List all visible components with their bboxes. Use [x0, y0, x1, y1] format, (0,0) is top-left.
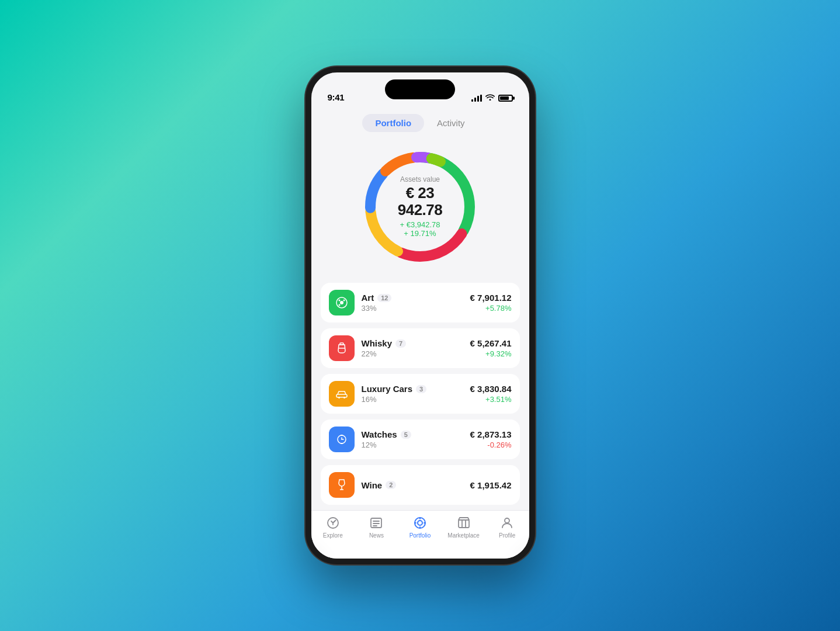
wifi-icon — [485, 93, 495, 102]
svg-point-30 — [418, 521, 422, 525]
whisky-amount: € 5,267.41 — [470, 338, 512, 348]
asset-item-whisky[interactable]: Whisky 7 22% € 5,267.41 +9.32% — [321, 328, 520, 368]
wine-info: Wine 2 — [362, 480, 470, 490]
nav-item-portfolio[interactable]: Portfolio — [402, 515, 438, 539]
art-name: Art — [362, 293, 374, 303]
bottom-nav: Explore News — [311, 510, 529, 559]
art-count: 12 — [377, 294, 391, 302]
wine-count: 2 — [386, 481, 396, 489]
whisky-pct: 22% — [362, 349, 470, 358]
whisky-name: Whisky — [362, 338, 393, 348]
art-pct: 33% — [362, 304, 470, 313]
watches-count: 5 — [401, 431, 411, 439]
main-content: Portfolio Activity — [311, 107, 529, 510]
status-time: 9:41 — [328, 92, 345, 102]
wine-amount: € 1,915.42 — [470, 480, 512, 490]
art-amount: € 7,901.12 — [470, 293, 512, 303]
asset-item-watches[interactable]: Watches 5 12% € 2,873.13 -0.26% — [321, 419, 520, 459]
explore-icon — [325, 515, 341, 531]
svg-rect-18 — [341, 435, 343, 436]
wine-name: Wine — [362, 480, 383, 490]
marketplace-label: Marketplace — [447, 532, 479, 539]
art-icon — [329, 290, 355, 316]
whisky-info: Whisky 7 22% — [362, 338, 470, 358]
dynamic-island — [385, 79, 455, 99]
cars-name: Luxury Cars — [362, 384, 413, 394]
asset-item-art[interactable]: Art 12 33% € 7,901.12 +5.78% — [321, 283, 520, 323]
svg-rect-31 — [459, 520, 469, 528]
status-icons — [471, 93, 513, 102]
watches-info: Watches 5 12% — [362, 429, 470, 449]
cars-count: 3 — [416, 385, 426, 393]
svg-point-15 — [338, 397, 340, 398]
watches-icon — [329, 427, 355, 452]
asset-item-cars[interactable]: Luxury Cars 3 16% € 3,830.84 +3.51% — [321, 374, 520, 414]
svg-point-9 — [338, 300, 340, 301]
svg-point-16 — [343, 397, 345, 398]
svg-point-8 — [340, 301, 343, 304]
watches-values: € 2,873.13 -0.26% — [470, 429, 512, 449]
whisky-icon — [329, 335, 355, 361]
phone-frame: 9:41 — [306, 67, 535, 564]
explore-label: Explore — [323, 532, 343, 539]
svg-rect-19 — [341, 443, 343, 444]
nav-item-marketplace[interactable]: Marketplace — [446, 515, 481, 539]
cars-pct: 16% — [362, 395, 470, 404]
donut-chart — [356, 143, 484, 271]
wine-icon — [329, 472, 355, 498]
watches-change: -0.26% — [470, 441, 512, 449]
whisky-change: +9.32% — [470, 349, 512, 358]
nav-item-explore[interactable]: Explore — [315, 515, 350, 539]
svg-point-10 — [343, 300, 345, 301]
nav-item-news[interactable]: News — [359, 515, 394, 539]
tab-portfolio[interactable]: Portfolio — [362, 114, 424, 132]
tabs-row: Portfolio Activity — [311, 107, 529, 137]
watches-amount: € 2,873.13 — [470, 429, 512, 439]
whisky-count: 7 — [395, 339, 406, 348]
cars-amount: € 3,830.84 — [470, 384, 512, 394]
watches-pct: 12% — [362, 441, 470, 449]
battery-icon — [498, 95, 513, 102]
marketplace-icon — [456, 515, 471, 531]
svg-point-32 — [505, 518, 509, 523]
svg-point-11 — [338, 304, 340, 306]
asset-list: Art 12 33% € 7,901.12 +5.78% — [311, 283, 529, 509]
portfolio-icon — [412, 515, 428, 531]
profile-icon — [499, 515, 515, 531]
cars-change: +3.51% — [470, 395, 512, 404]
news-icon — [369, 515, 384, 531]
cars-icon — [329, 381, 355, 407]
svg-rect-14 — [336, 394, 347, 397]
signal-bars-icon — [471, 95, 482, 102]
art-info: Art 12 33% — [362, 293, 470, 313]
watches-name: Watches — [362, 429, 397, 439]
screen: 9:41 — [311, 72, 529, 559]
profile-label: Profile — [499, 532, 515, 539]
donut-wrapper: Assets value € 23 942.78 + €3,942.78 + 1… — [356, 143, 484, 271]
cars-values: € 3,830.84 +3.51% — [470, 384, 512, 404]
cars-info: Luxury Cars 3 16% — [362, 384, 470, 404]
portfolio-label: Portfolio — [409, 532, 431, 539]
nav-item-profile[interactable]: Profile — [490, 515, 525, 539]
asset-item-wine[interactable]: Wine 2 € 1,915.42 — [321, 465, 520, 505]
art-values: € 7,901.12 +5.78% — [470, 293, 512, 313]
wine-values: € 1,915.42 — [470, 480, 512, 490]
whisky-values: € 5,267.41 +9.32% — [470, 338, 512, 358]
chart-container: Assets value € 23 942.78 + €3,942.78 + 1… — [311, 137, 529, 283]
art-change: +5.78% — [470, 304, 512, 313]
tab-activity[interactable]: Activity — [424, 114, 478, 132]
news-label: News — [369, 532, 384, 539]
